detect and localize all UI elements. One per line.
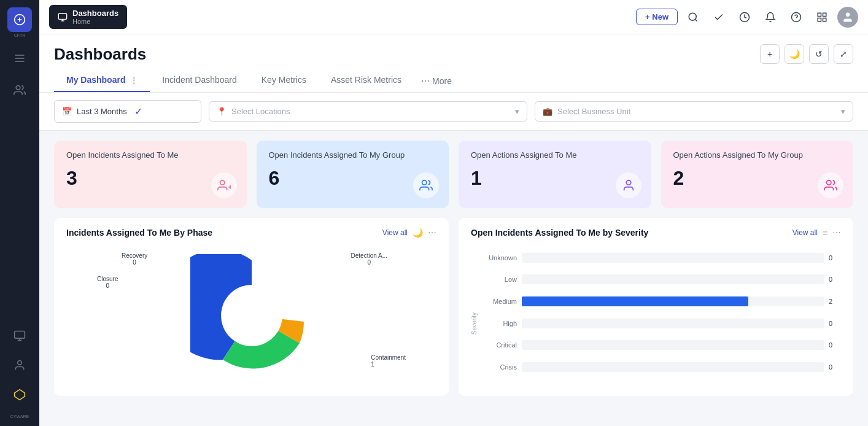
user-avatar[interactable] (837, 7, 858, 28)
metric-title-incidents-group: Open Incidents Assigned To My Group (269, 150, 437, 160)
bar-value-medium: 2 (829, 298, 841, 305)
svg-point-27 (626, 180, 630, 185)
svg-point-26 (422, 180, 427, 185)
topbar: Dashboards Home + New (39, 0, 868, 34)
tabs: My Dashboard ⋮ Incident Dashboard Key Me… (54, 69, 853, 92)
tab-asset-risk[interactable]: Asset Risk Metrics (319, 69, 414, 92)
metric-icon-incidents-me (211, 172, 237, 198)
cyware-icon[interactable] (9, 384, 31, 406)
clock-button[interactable] (734, 7, 755, 28)
page-header-actions: + 🌙 ↺ ⤢ (760, 44, 853, 64)
tab-key-metrics[interactable]: Key Metrics (249, 69, 319, 92)
svg-point-29 (221, 285, 282, 346)
bell-button[interactable] (760, 7, 781, 28)
legend-recovery: Recovery (122, 252, 147, 259)
location-filter[interactable]: 📍 Select Locations ▾ (209, 101, 527, 122)
legend-containment: Containment (371, 354, 406, 361)
svg-rect-5 (15, 331, 25, 339)
donut-chart-title: Incidents Assigned To Me By Phase (66, 228, 212, 238)
bar-list-icon[interactable]: ≡ (823, 228, 827, 238)
metric-value-incidents-me: 3 (66, 167, 234, 190)
metric-open-actions-group[interactable]: Open Actions Assigned To My Group 2 (661, 141, 854, 208)
help-button[interactable] (786, 7, 807, 28)
filter-check-icon: ✓ (134, 106, 142, 117)
metric-title-actions-me: Open Actions Assigned To Me (471, 150, 639, 160)
add-dashboard-button[interactable]: + (760, 44, 780, 64)
bar-value-critical: 0 (829, 341, 841, 349)
business-icon: 💼 (543, 107, 552, 116)
svg-line-14 (695, 19, 697, 21)
bar-chart: Unknown 0 Low 0 (483, 245, 841, 380)
bar-label-critical: Critical (483, 341, 517, 349)
svg-point-23 (220, 180, 224, 185)
donut-more-icon[interactable]: ⋯ (428, 228, 436, 238)
bar-label-low: Low (483, 276, 517, 283)
bar-view-all[interactable]: View all (792, 228, 818, 237)
person-icon[interactable] (9, 354, 31, 376)
metric-title-actions-group: Open Actions Assigned To My Group (673, 150, 842, 160)
tab-more[interactable]: ⋯ More (414, 70, 459, 92)
date-filter[interactable]: 📅 Last 3 Months ✓ (54, 100, 201, 123)
refresh-button[interactable]: ↺ (809, 44, 829, 64)
dark-mode-button[interactable]: 🌙 (785, 44, 804, 64)
new-button[interactable]: + New (636, 9, 678, 25)
metric-value-actions-group: 2 (673, 167, 842, 190)
metric-value-actions-me: 1 (471, 167, 639, 190)
legend-closure: Closure (97, 276, 118, 282)
bar-chart-wrapper: Severity Unknown 0 Low (471, 245, 841, 380)
chevron-down-icon-2: ▾ (841, 107, 845, 116)
metric-open-incidents-me[interactable]: Open Incidents Assigned To Me 3 (54, 141, 247, 208)
monitor-icon[interactable] (9, 325, 31, 347)
sidebar: CFTR CYWARE (0, 0, 39, 426)
donut-svg (190, 254, 313, 377)
bar-value-low: 0 (829, 276, 841, 283)
business-filter-label: Select Business Unit (557, 107, 836, 116)
metric-icon-actions-me (616, 172, 641, 198)
svg-point-4 (16, 86, 20, 90)
bar-value-crisis: 0 (829, 363, 841, 371)
svg-rect-18 (818, 13, 821, 16)
svg-point-28 (827, 180, 831, 185)
donut-chart: Detection A... 0 Recovery 0 Closure 0 Co… (66, 245, 436, 386)
tab-my-dashboard[interactable]: My Dashboard ⋮ (54, 69, 150, 92)
location-filter-label: Select Locations (231, 107, 510, 116)
donut-moon-icon[interactable]: 🌙 (413, 228, 423, 238)
svg-rect-10 (58, 14, 66, 19)
menu-icon[interactable] (9, 47, 31, 69)
bar-chart-title: Open Incidents Assigned To Me by Severit… (471, 228, 648, 238)
bar-axis-label: Severity (471, 312, 478, 335)
main-content: Dashboards Home + New (39, 0, 868, 426)
tab-incident-dashboard[interactable]: Incident Dashboard (150, 69, 249, 92)
cyware-label: CYWARE (10, 414, 29, 419)
brand-sub: Home (72, 18, 118, 25)
bar-track-critical (522, 340, 824, 350)
bar-more-icon[interactable]: ⋯ (832, 228, 841, 238)
check-button[interactable] (708, 7, 729, 28)
grid-button[interactable] (812, 7, 832, 28)
metric-open-actions-me[interactable]: Open Actions Assigned To Me 1 (459, 141, 651, 208)
metrics-row: Open Incidents Assigned To Me 3 Open Inc… (39, 131, 868, 218)
expand-button[interactable]: ⤢ (834, 44, 853, 64)
svg-rect-21 (818, 18, 821, 21)
app-logo[interactable] (7, 7, 32, 32)
brand-button[interactable]: Dashboards Home (49, 5, 127, 29)
date-filter-label: Last 3 Months (77, 107, 127, 116)
metric-open-incidents-group[interactable]: Open Incidents Assigned To My Group 6 (257, 141, 449, 208)
users-icon[interactable] (9, 79, 31, 101)
svg-point-8 (18, 361, 22, 365)
charts-row: Incidents Assigned To Me By Phase View a… (39, 218, 868, 396)
business-filter[interactable]: 💼 Select Business Unit ▾ (535, 101, 853, 122)
bar-track-low (522, 274, 824, 284)
donut-view-all[interactable]: View all (382, 228, 408, 237)
bar-chart-card: Open Incidents Assigned To Me by Severit… (459, 218, 853, 396)
search-button[interactable] (683, 7, 703, 28)
bar-row-crisis: Crisis 0 (483, 362, 841, 372)
legend-detection: Detection A... (351, 252, 387, 259)
bar-track-unknown (522, 253, 824, 263)
metric-title-incidents-me: Open Incidents Assigned To Me (66, 150, 234, 160)
bar-track-medium (522, 296, 824, 306)
location-icon: 📍 (217, 107, 227, 116)
chevron-down-icon: ▾ (515, 107, 519, 116)
metric-icon-incidents-group (413, 172, 439, 198)
bar-track-crisis (522, 362, 824, 372)
